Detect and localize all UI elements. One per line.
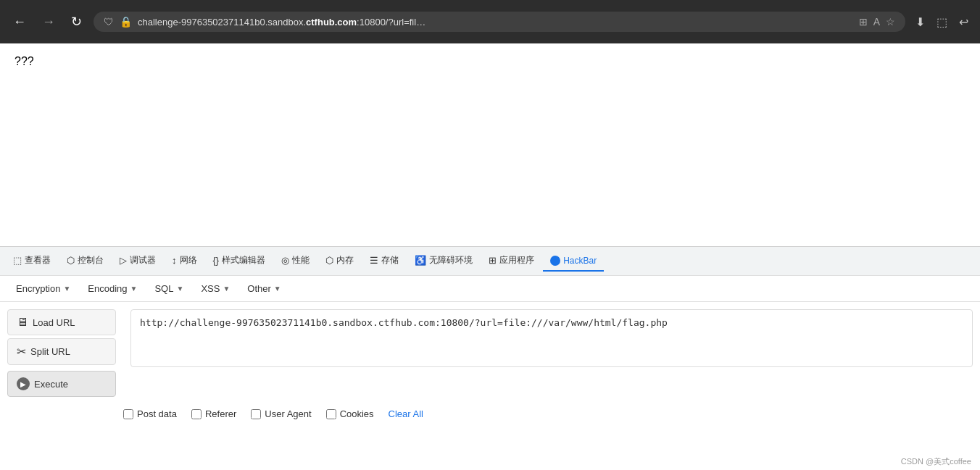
url-input[interactable] (130, 309, 973, 367)
tab-network-label: 网络 (180, 254, 197, 267)
translate-icon: A (873, 16, 880, 28)
address-bar: 🛡 🔒 challenge-99763502371141b0.sandbox.c… (94, 12, 905, 32)
page-text: ??? (14, 55, 34, 67)
other-dropdown-button[interactable]: Other ▼ (240, 280, 288, 297)
encryption-dropdown-button[interactable]: Encryption ▼ (9, 280, 78, 297)
sql-dropdown-arrow-icon: ▼ (176, 285, 183, 293)
post-data-checkbox[interactable] (123, 409, 133, 419)
refresh-button[interactable]: ↻ (67, 11, 86, 33)
encoding-dropdown-arrow-icon: ▼ (130, 285, 138, 293)
user-agent-label: User Agent (265, 408, 311, 419)
browser-actions: ⬇ ⬚ ↩ (913, 12, 971, 32)
page-content: ??? (0, 43, 980, 246)
tab-network[interactable]: ↕ 网络 (165, 250, 204, 272)
footer-credit: CSDN @美式coffee (901, 457, 971, 466)
download-button[interactable]: ⬇ (913, 12, 928, 32)
url-display[interactable]: challenge-99763502371141b0.sandbox.ctfhu… (138, 17, 853, 28)
split-url-button[interactable]: ✂ Split URL (7, 338, 116, 365)
cookies-checkbox-item[interactable]: Cookies (326, 408, 374, 419)
tab-hackbar-label: HackBar (563, 256, 597, 266)
tab-storage-label: 存储 (381, 254, 399, 267)
xss-dropdown-arrow-icon: ▼ (223, 285, 230, 293)
page-footer: CSDN @美式coffee (892, 453, 980, 470)
bookmark-icon: ☆ (886, 16, 895, 28)
execute-icon: ▶ (17, 377, 30, 390)
tab-memory[interactable]: ⬡ 内存 (318, 250, 361, 272)
hackbar-right-panel (123, 309, 980, 397)
other-dropdown-arrow-icon: ▼ (274, 285, 281, 293)
hackbar-toolbar: Encryption ▼ Encoding ▼ SQL ▼ XSS ▼ Othe… (0, 276, 980, 302)
encryption-dropdown-arrow-icon: ▼ (63, 285, 70, 293)
user-agent-checkbox[interactable] (251, 409, 261, 419)
cookies-checkbox[interactable] (326, 409, 336, 419)
accessibility-icon: ♿ (415, 255, 426, 266)
tab-debugger-label: 调试器 (130, 254, 156, 267)
split-url-icon: ✂ (17, 345, 26, 358)
performance-icon: ◎ (281, 255, 289, 266)
encoding-label: Encoding (88, 283, 127, 294)
hackbar-main: 🖥 Load URL ✂ Split URL ▶ Execute (0, 302, 980, 404)
hackbar-left-panel: 🖥 Load URL ✂ Split URL ▶ Execute (7, 309, 123, 397)
forward-button[interactable]: → (38, 12, 59, 33)
split-url-label: Split URL (30, 346, 70, 357)
tab-accessibility-label: 无障碍环境 (429, 254, 473, 267)
debugger-icon: ▷ (120, 255, 127, 266)
shield-icon: 🛡 (104, 16, 114, 28)
user-agent-checkbox-item[interactable]: User Agent (251, 408, 311, 419)
cookies-label: Cookies (340, 408, 374, 419)
devtools-panel: ⬚ 查看器 ⬡ 控制台 ▷ 调试器 ↕ 网络 {} 样式编辑器 ◎ 性能 ⬡ 内… (0, 246, 980, 427)
hackbar-dot-icon (550, 256, 560, 266)
referer-label: Referer (205, 408, 236, 419)
menu-back-button[interactable]: ↩ (956, 12, 971, 32)
tab-console[interactable]: ⬡ 控制台 (59, 250, 111, 272)
referer-checkbox[interactable] (191, 409, 202, 419)
storage-icon: ☰ (370, 255, 378, 266)
network-icon: ↕ (172, 255, 177, 266)
tab-hackbar[interactable]: HackBar (543, 251, 604, 272)
inspector-icon: ⬚ (13, 255, 22, 266)
post-data-label: Post data (137, 408, 177, 419)
extensions-button[interactable]: ⬚ (934, 12, 950, 32)
devtools-tabs: ⬚ 查看器 ⬡ 控制台 ▷ 调试器 ↕ 网络 {} 样式编辑器 ◎ 性能 ⬡ 内… (0, 247, 980, 276)
qr-icon: ⊞ (859, 16, 868, 28)
load-url-button[interactable]: 🖥 Load URL (7, 309, 116, 335)
tab-style-editor-label: 样式编辑器 (222, 254, 265, 267)
referer-checkbox-item[interactable]: Referer (191, 408, 236, 419)
xss-label: XSS (201, 283, 220, 294)
encoding-dropdown-button[interactable]: Encoding ▼ (80, 280, 144, 297)
load-url-icon: 🖥 (17, 316, 28, 329)
execute-button[interactable]: ▶ Execute (7, 371, 116, 397)
post-data-checkbox-item[interactable]: Post data (123, 408, 177, 419)
tab-debugger[interactable]: ▷ 调试器 (112, 250, 163, 272)
tab-storage[interactable]: ☰ 存储 (362, 250, 406, 272)
lock-icon: 🔒 (120, 16, 132, 28)
load-url-label: Load URL (33, 317, 75, 328)
tab-apps-label: 应用程序 (499, 254, 534, 267)
xss-dropdown-button[interactable]: XSS ▼ (194, 280, 237, 297)
apps-icon: ⊞ (489, 255, 497, 266)
browser-chrome: ← → ↻ 🛡 🔒 challenge-99763502371141b0.san… (0, 0, 980, 43)
style-editor-icon: {} (213, 255, 220, 266)
sql-label: SQL (154, 283, 173, 294)
encryption-label: Encryption (16, 283, 60, 294)
memory-icon: ⬡ (325, 255, 333, 266)
tab-accessibility[interactable]: ♿ 无障碍环境 (407, 250, 480, 272)
clear-all-button[interactable]: Clear All (389, 408, 423, 419)
tab-inspector-label: 查看器 (25, 254, 51, 267)
console-icon: ⬡ (67, 255, 75, 266)
tab-inspector[interactable]: ⬚ 查看器 (6, 250, 58, 272)
back-button[interactable]: ← (9, 12, 30, 33)
tab-console-label: 控制台 (78, 254, 104, 267)
tab-performance-label: 性能 (292, 254, 310, 267)
other-label: Other (247, 283, 271, 294)
hackbar-content: Encryption ▼ Encoding ▼ SQL ▼ XSS ▼ Othe… (0, 276, 980, 427)
tab-apps[interactable]: ⊞ 应用程序 (481, 250, 541, 272)
sql-dropdown-button[interactable]: SQL ▼ (147, 280, 191, 297)
tab-memory-label: 内存 (336, 254, 354, 267)
hackbar-bottom: Post data Referer User Agent Cookies Cle… (0, 404, 980, 427)
execute-label: Execute (34, 379, 68, 390)
tab-performance[interactable]: ◎ 性能 (274, 250, 317, 272)
tab-style-editor[interactable]: {} 样式编辑器 (206, 250, 273, 272)
